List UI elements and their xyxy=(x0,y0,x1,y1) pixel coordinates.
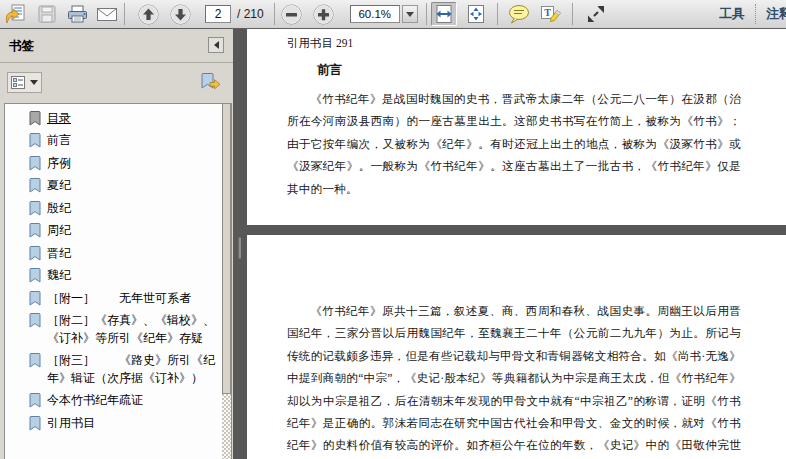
bookmark-label: 今本竹书纪年疏证 xyxy=(47,392,143,410)
print-icon xyxy=(66,3,89,25)
bookmark-icon xyxy=(29,313,41,328)
bookmark-label: 晋纪 xyxy=(47,245,71,263)
bookmark-item-jinben[interactable]: 今本竹书纪年疏证 xyxy=(5,390,222,413)
page-down-icon xyxy=(170,4,191,25)
bookmarks-panel-title: 书签 xyxy=(9,38,34,55)
bookmark-item-yinji[interactable]: 殷纪 xyxy=(5,197,222,220)
zoom-level-input[interactable]: 60.1% xyxy=(350,5,400,23)
open-file-button[interactable] xyxy=(2,2,28,26)
bookmarks-list: 目录 前言 序例 xyxy=(4,103,232,459)
save-button[interactable] xyxy=(34,2,60,26)
bookmark-icon xyxy=(29,393,41,408)
fit-width-icon xyxy=(433,3,455,25)
bookmarks-panel: 书签 xyxy=(0,29,233,459)
highlight-text-button[interactable]: T xyxy=(538,2,564,26)
zoom-out-button[interactable] xyxy=(279,2,305,26)
bookmark-item-fu2[interactable]: ［附二］《存真》、《辑校》、《订补》等所引《纪年》存疑 xyxy=(5,310,222,350)
svg-text:T: T xyxy=(544,7,551,18)
toolbar-separator xyxy=(274,3,275,25)
print-button[interactable] xyxy=(64,2,90,26)
bookmark-label: 目录 xyxy=(47,110,71,128)
save-icon xyxy=(36,3,58,25)
zoom-dropdown-icon xyxy=(406,12,414,17)
bookmark-item-weiji[interactable]: 魏纪 xyxy=(5,265,222,288)
page2-paragraph: 《竹书纪年》原共十三篇，叙述夏、商、西周和春秋、战国史事。周幽王以后用晋国纪年，… xyxy=(287,301,741,459)
toolbar-dotted-separator xyxy=(755,4,756,24)
bookmarks-panel-header: 书签 xyxy=(0,29,233,63)
bookmark-icon xyxy=(29,201,41,216)
main-toolbar: / 210 60.1% xyxy=(0,0,786,29)
document-page-1: 引用书目 291 前言 《竹书纪年》是战国时魏国的史书，晋武帝太康二年（公元二八… xyxy=(247,29,786,225)
bookmark-item-qianyan[interactable]: 前言 xyxy=(5,130,222,153)
bookmark-label: 魏纪 xyxy=(47,267,71,285)
document-page-2: 《竹书纪年》原共十三篇，叙述夏、商、西周和春秋、战国史事。周幽王以后用晋国纪年，… xyxy=(247,235,786,459)
bookmark-label: 序例 xyxy=(47,155,71,173)
zoom-dropdown-button[interactable] xyxy=(402,5,418,23)
bookmark-icon xyxy=(29,246,41,261)
next-page-button[interactable] xyxy=(167,2,193,26)
collapse-panel-button[interactable] xyxy=(208,37,224,53)
bookmark-icon xyxy=(29,178,41,193)
previous-page-button[interactable] xyxy=(135,2,161,26)
bookmark-icon xyxy=(29,291,41,306)
bookmark-item-xiaji[interactable]: 夏纪 xyxy=(5,175,222,198)
tools-panel-button[interactable]: 工具 xyxy=(719,5,745,23)
bookmark-icon xyxy=(29,268,41,283)
bookmark-item-mulu[interactable]: 目录 xyxy=(5,107,222,130)
bookmark-item-zhouji[interactable]: 周纪 xyxy=(5,220,222,243)
bookmark-label: 殷纪 xyxy=(47,200,71,218)
page-total-label: / 210 xyxy=(237,7,264,21)
bookmark-icon xyxy=(29,156,41,171)
page1-toc-line: 引用书目 291 xyxy=(287,36,353,51)
bookmark-item-fu3[interactable]: ［附三］ 《路史》所引《纪年》辑证（次序据《订补》） xyxy=(5,350,222,390)
collapse-panel-icon xyxy=(214,41,219,49)
toolbar-separator xyxy=(572,3,573,25)
goto-bookmark-icon xyxy=(199,72,221,91)
bookmark-label: 夏纪 xyxy=(47,177,71,195)
page1-heading: 前言 xyxy=(317,62,342,79)
bookmark-label: 前言 xyxy=(47,132,71,150)
page-number-input[interactable] xyxy=(205,5,231,23)
bookmark-item-yinyongshumu[interactable]: 引用书目 xyxy=(5,412,222,435)
bookmark-options-button[interactable] xyxy=(7,72,42,93)
bookmark-label: ［附三］ 《路史》所引《纪年》辑证（次序据《订补》） xyxy=(47,352,220,387)
bookmark-item-jinji[interactable]: 晋纪 xyxy=(5,242,222,265)
zoom-level-value: 60.1% xyxy=(358,8,391,20)
zoom-in-button[interactable] xyxy=(311,2,337,26)
bookmarks-toolbar xyxy=(0,63,233,103)
document-pane[interactable]: 引用书目 291 前言 《竹书纪年》是战国时魏国的史书，晋武帝太康二年（公元二八… xyxy=(241,29,786,459)
fullscreen-button[interactable] xyxy=(583,2,609,26)
bookmark-icon xyxy=(29,223,41,238)
fit-width-button[interactable] xyxy=(431,2,457,26)
bookmark-item-fu1[interactable]: ［附一］ 无年世可系者 xyxy=(5,287,222,310)
toolbar-separator xyxy=(426,3,427,25)
zoom-in-icon xyxy=(313,4,334,25)
bookmarks-scrollbar-thumb[interactable] xyxy=(222,104,231,394)
options-caret-icon xyxy=(30,80,38,85)
bookmark-icon xyxy=(29,111,41,126)
bookmarks-scrollbar[interactable] xyxy=(222,104,231,459)
bookmark-label: ［附二］《存真》、《辑校》、《订补》等所引《纪年》存疑 xyxy=(47,312,220,347)
goto-current-bookmark-button[interactable] xyxy=(197,70,223,93)
toolbar-separator xyxy=(497,3,498,25)
highlight-text-icon: T xyxy=(539,3,563,25)
page-up-icon xyxy=(138,4,159,25)
bookmark-icon xyxy=(29,416,41,431)
bookmark-item-xuli[interactable]: 序例 xyxy=(5,152,222,175)
fullscreen-icon xyxy=(585,3,607,25)
comment-bubble-icon xyxy=(507,3,531,25)
add-comment-button[interactable] xyxy=(506,2,532,26)
email-button[interactable] xyxy=(94,2,120,26)
panel-splitter[interactable] xyxy=(233,29,241,459)
pdf-reader-window: / 210 60.1% xyxy=(0,0,786,459)
fit-page-icon xyxy=(465,3,487,25)
bookmark-label: ［附一］ 无年世可系者 xyxy=(47,290,191,308)
bookmark-label: 引用书目 xyxy=(47,415,95,433)
bookmark-label: 周纪 xyxy=(47,222,71,240)
toolbar-separator xyxy=(124,3,125,25)
fit-page-button[interactable] xyxy=(463,2,489,26)
bookmark-options-icon xyxy=(11,76,26,90)
email-icon xyxy=(95,3,119,25)
open-file-icon xyxy=(4,3,27,25)
comments-panel-button[interactable]: 注释 xyxy=(766,5,786,23)
